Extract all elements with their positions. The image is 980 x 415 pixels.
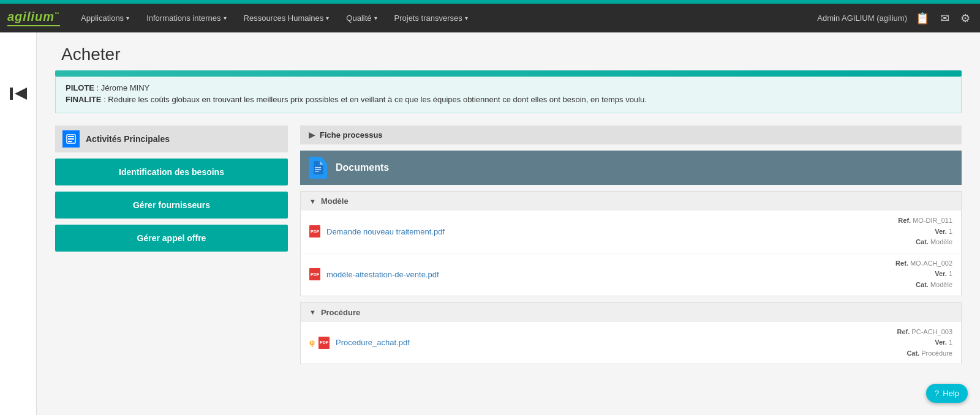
main-wrapper: Acheter PILOTE : Jérome MINY FINALITE : … — [0, 32, 980, 415]
right-panel: ▶ Fiche processus Documents — [300, 125, 962, 370]
chevron-down-icon: ▾ — [126, 15, 129, 21]
procedure-section-header[interactable]: ▼ Procédure — [301, 303, 961, 322]
gerer-fournisseurs-button[interactable]: Gérer fournisseurs — [55, 192, 288, 219]
svg-rect-6 — [315, 167, 321, 168]
logo-text: agilium™ — [7, 10, 60, 26]
chevron-down-icon: ▾ — [224, 15, 227, 21]
documents-header: Documents — [300, 151, 962, 185]
page-title: Acheter — [61, 45, 962, 64]
nav-qualite[interactable]: Qualité ▾ — [337, 3, 385, 34]
doc-filename-demande: Demande nouveau traitement.pdf — [326, 227, 898, 236]
finalite-label: FINALITE — [66, 95, 102, 104]
doc-item-attestation[interactable]: PDF modèle-attestation-de-vente.pdf Ref.… — [301, 253, 961, 296]
fiche-processus-bar[interactable]: ▶ Fiche processus — [300, 125, 962, 144]
pdf-icon: PDF — [309, 268, 320, 280]
doc-meta-procedure: Ref. PC-ACH_003 Ver. 1 Cat. Procédure — [897, 327, 952, 359]
clipboard-icon[interactable]: 📋 — [913, 9, 932, 28]
procedure-marker-icon: ψ — [309, 338, 315, 347]
progress-bar — [55, 70, 962, 77]
logo[interactable]: agilium™ — [7, 10, 60, 26]
svg-rect-5 — [68, 141, 72, 142]
fiche-processus-label: Fiche processus — [320, 130, 383, 140]
doc-filename-attestation: modèle-attestation-de-vente.pdf — [326, 270, 895, 279]
activities-title: Activités Principales — [86, 134, 170, 144]
pilote-row: PILOTE : Jérome MINY — [66, 83, 951, 92]
doc-filename-procedure: Procedure_achat.pdf — [336, 338, 897, 347]
progress-bar-fill — [55, 70, 962, 77]
documents-title: Documents — [336, 162, 389, 173]
gear-icon[interactable]: ⚙ — [958, 9, 973, 28]
user-label: Admin AGILIUM (agilium) — [817, 13, 907, 23]
procedure-section-label: Procédure — [321, 308, 360, 317]
svg-rect-7 — [315, 169, 321, 170]
svg-rect-8 — [315, 171, 319, 172]
nav-informations-internes[interactable]: Informations internes ▾ — [138, 3, 235, 34]
nav-applications[interactable]: Applications ▾ — [72, 3, 138, 34]
chevron-down-icon: ▾ — [465, 15, 468, 21]
pdf-icon: PDF — [309, 225, 320, 237]
pilote-value: Jérome MINY — [101, 83, 149, 92]
pilote-label: PILOTE — [66, 83, 94, 92]
two-col-layout: Activités Principales Identification des… — [55, 125, 962, 370]
content-area: Acheter PILOTE : Jérome MINY FINALITE : … — [37, 32, 980, 415]
chevron-down-icon: ▾ — [326, 15, 329, 21]
left-panel: Activités Principales Identification des… — [55, 125, 288, 258]
navbar: agilium™ Applications ▾ Informations int… — [0, 2, 980, 32]
activities-header: Activités Principales — [55, 125, 288, 152]
arrow-down-icon: ▼ — [309, 198, 316, 205]
finalite-value: Réduire les coûts globaux en trouvant le… — [108, 95, 646, 104]
help-button[interactable]: ? Help — [926, 384, 968, 403]
info-box: PILOTE : Jérome MINY FINALITE : Réduire … — [55, 77, 962, 113]
activities-icon — [62, 130, 80, 148]
gerer-appel-offre-button[interactable]: Gérer appel offre — [55, 225, 288, 252]
modele-section-label: Modèle — [321, 196, 349, 206]
mail-icon[interactable]: ✉ — [938, 9, 952, 28]
procedure-section: ▼ Procédure ψ PDF Procedure_achat.pdf Re… — [300, 302, 962, 365]
identification-besoins-button[interactable]: Identification des besoins — [55, 159, 288, 185]
svg-rect-3 — [68, 136, 74, 137]
arrow-right-icon: ▶ — [309, 130, 315, 140]
chevron-down-icon: ▾ — [374, 15, 377, 21]
doc-meta-demande: Ref. MO-DIR_011 Ver. 1 Cat. Modèle — [898, 215, 952, 248]
sidebar — [0, 32, 37, 415]
pdf-icon: PDF — [318, 337, 330, 349]
doc-meta-attestation: Ref. MO-ACH_002 Ver. 1 Cat. Modèle — [895, 258, 952, 291]
nav-ressources-humaines[interactable]: Ressources Humaines ▾ — [235, 3, 338, 34]
back-icon — [7, 83, 29, 105]
modele-section-header[interactable]: ▼ Modèle — [301, 192, 961, 211]
svg-marker-1 — [15, 88, 27, 100]
finalite-row: FINALITE : Réduire les coûts globaux en … — [66, 95, 951, 104]
document-icon — [309, 157, 327, 179]
modele-section: ▼ Modèle PDF Demande nouveau traitement.… — [300, 191, 962, 296]
doc-item-demande[interactable]: PDF Demande nouveau traitement.pdf Ref. … — [301, 211, 961, 253]
arrow-down-icon: ▼ — [309, 308, 316, 316]
main-nav: Applications ▾ Informations internes ▾ R… — [72, 3, 817, 34]
doc-item-procedure[interactable]: ψ PDF Procedure_achat.pdf Ref. PC-ACH_00… — [301, 322, 961, 364]
svg-rect-4 — [68, 138, 74, 140]
help-icon: ? — [935, 389, 939, 398]
svg-rect-0 — [10, 88, 13, 100]
navbar-right: Admin AGILIUM (agilium) 📋 ✉ ⚙ — [817, 9, 973, 28]
help-label: Help — [943, 389, 959, 398]
nav-projets-transverses[interactable]: Projets transverses ▾ — [386, 3, 477, 34]
back-button[interactable] — [6, 81, 31, 106]
